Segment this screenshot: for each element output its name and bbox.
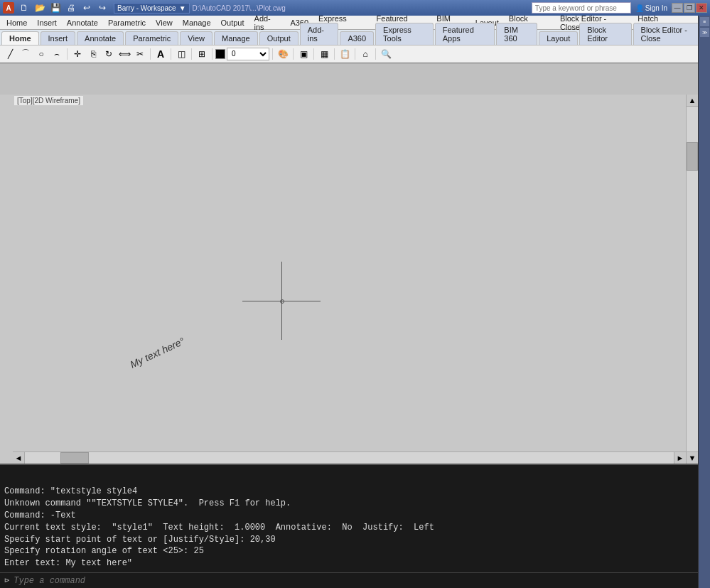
scrollbar-bottom[interactable]: ◄ ►: [13, 451, 686, 464]
scroll-thumb-h[interactable]: [60, 452, 89, 464]
open-button[interactable]: 📂: [33, 1, 47, 15]
sidebar-btn-2[interactable]: ≫: [700, 28, 709, 37]
properties-btn[interactable]: 🎨: [276, 47, 290, 61]
color-black: 0: [215, 48, 269, 60]
maximize-button[interactable]: ❐: [684, 3, 695, 13]
sep3: [171, 48, 171, 60]
sep2: [150, 48, 151, 60]
undo-button[interactable]: ↩: [80, 1, 94, 15]
command-input[interactable]: [14, 576, 694, 586]
tab-insert[interactable]: Insert: [41, 31, 76, 45]
tab-express[interactable]: Express Tools: [375, 23, 434, 45]
cmd-line-1: Command: "textstyle style4: [4, 486, 694, 498]
tab-featured[interactable]: Featured Apps: [435, 23, 495, 45]
scroll-thumb-v[interactable]: [687, 142, 698, 171]
sep7: [293, 48, 294, 60]
command-area: Command: "textstyle style4 Unknown comma…: [0, 464, 698, 588]
arc-tool[interactable]: ⌢: [50, 47, 64, 61]
tab-view[interactable]: View: [180, 31, 213, 45]
new-button[interactable]: 🗋: [17, 1, 31, 15]
tab-output[interactable]: Output: [259, 31, 298, 45]
canvas-annotation: My text here°: [128, 335, 186, 370]
sidebar-btn-1[interactable]: ≡: [700, 17, 709, 26]
menu-manage[interactable]: Manage: [178, 17, 216, 28]
canvas-area[interactable]: My text here° Y X: [0, 95, 698, 464]
cmd-line-3: Command: -Text: [4, 510, 694, 522]
sep4: [191, 48, 192, 60]
move-tool[interactable]: ✛: [70, 47, 85, 61]
sign-in-button[interactable]: 👤 Sign In: [635, 4, 667, 12]
menu-home[interactable]: Home: [1, 17, 32, 28]
command-output: Command: "textstyle style4 Unknown comma…: [0, 465, 698, 572]
sep5: [212, 48, 213, 60]
tab-annotate[interactable]: Annotate: [77, 31, 124, 45]
save-button[interactable]: 💾: [48, 1, 63, 15]
color-swatch[interactable]: [215, 49, 225, 59]
menu-annotate[interactable]: Annotate: [62, 17, 103, 28]
cmd-line-5: Specify start point of text or [Justify/…: [4, 534, 694, 546]
sep8: [313, 48, 314, 60]
cmd-line-6: Specify rotation angle of text <25>: 25: [4, 545, 694, 557]
dimension-tool[interactable]: ◫: [174, 47, 188, 61]
menu-insert[interactable]: Insert: [32, 17, 62, 28]
tab-manage[interactable]: Manage: [214, 31, 258, 45]
scroll-right-btn[interactable]: ►: [674, 452, 686, 464]
tab-a360[interactable]: A360: [340, 31, 374, 45]
crosshair-dot: [280, 299, 284, 304]
find-btn[interactable]: 🔍: [379, 47, 393, 61]
text-tool[interactable]: A: [154, 47, 168, 61]
cmd-line-2: Unknown command ""TEXTSTYLE STYLE4". Pre…: [4, 498, 694, 510]
tab-add-ins[interactable]: Add-ins: [300, 23, 339, 45]
minimize-button[interactable]: —: [672, 3, 683, 13]
scrollbar-right[interactable]: ▲ ▼: [686, 95, 698, 464]
menu-view[interactable]: View: [151, 17, 178, 28]
right-sidebar: ≡ ≫: [698, 16, 710, 588]
tab-layout[interactable]: Layout: [539, 31, 578, 45]
sep6: [272, 48, 273, 60]
layer-dropdown-btn[interactable]: ⊞: [195, 47, 209, 61]
close-button[interactable]: ✕: [696, 3, 707, 13]
tab-block-editor[interactable]: Block Editor: [579, 23, 631, 45]
base-btn[interactable]: ⌂: [358, 47, 372, 61]
menu-parametric[interactable]: Parametric: [103, 17, 151, 28]
app-icon: A: [3, 2, 14, 14]
circle-tool[interactable]: ○: [34, 47, 48, 61]
command-prompt: ⊳: [4, 575, 9, 586]
tab-home[interactable]: Home: [1, 31, 39, 45]
menu-add-ins[interactable]: Add-ins: [249, 13, 286, 33]
cmd-line-7: Enter text: My text here": [4, 557, 694, 570]
groups-btn[interactable]: ▣: [296, 47, 311, 61]
view-label: [Top][2D Wireframe]: [14, 96, 83, 105]
redo-button[interactable]: ↪: [95, 1, 109, 15]
sep1: [67, 48, 68, 60]
tab-bim360[interactable]: BIM 360: [496, 23, 537, 45]
sep10: [355, 48, 355, 60]
utilities-btn[interactable]: ▦: [317, 47, 331, 61]
file-path: D:\AutoCAD 2017\...\Plot.cwg: [193, 4, 532, 12]
ribbon: Home Insert Annotate Parametric View Man…: [0, 30, 710, 64]
polyline-tool[interactable]: ⌒: [18, 47, 33, 61]
sep11: [375, 48, 376, 60]
cmd-line-4: Current text style: "style1" Text height…: [4, 522, 694, 534]
print-button[interactable]: 🖨: [64, 1, 78, 15]
scroll-down-btn[interactable]: ▼: [687, 451, 698, 464]
scroll-left-btn[interactable]: ◄: [13, 452, 25, 464]
tab-parametric[interactable]: Parametric: [125, 31, 178, 45]
toolbar-row: ╱ ⌒ ○ ⌢ ✛ ⎘ ↻ ⟺ ✂ A ◫ ⊞ 0 🎨 ▣: [0, 46, 710, 63]
rotate-tool[interactable]: ↻: [102, 47, 116, 61]
mirror-tool[interactable]: ⟺: [117, 47, 131, 61]
command-input-row: ⊳: [0, 572, 698, 588]
copy-tool[interactable]: ⎘: [86, 47, 100, 61]
ribbon-tabs: Home Insert Annotate Parametric View Man…: [0, 30, 710, 46]
line-tool[interactable]: ╱: [3, 47, 17, 61]
trim-tool[interactable]: ✂: [133, 47, 147, 61]
sep9: [334, 48, 335, 60]
clipboard-btn[interactable]: 📋: [338, 47, 352, 61]
menu-output[interactable]: Output: [216, 17, 249, 28]
color-select[interactable]: 0: [227, 48, 269, 60]
workspace-dropdown[interactable]: Barry - Workspace ▼: [114, 3, 190, 14]
scroll-up-btn[interactable]: ▲: [687, 95, 698, 107]
